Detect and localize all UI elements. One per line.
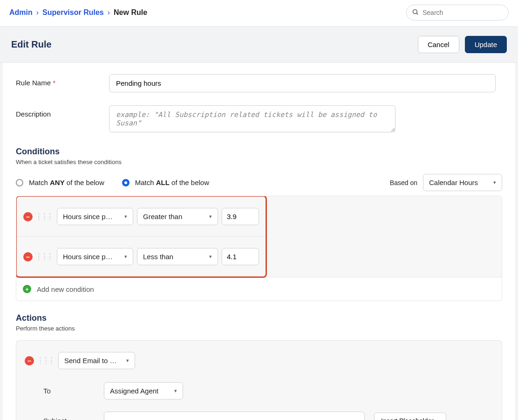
remove-condition-button[interactable]: – bbox=[23, 252, 33, 262]
condition-row: – ⋮⋮⋮⋮⋮⋮ Hours since p… ▾ Less than ▾ bbox=[17, 237, 266, 276]
actions-heading: Actions bbox=[16, 313, 502, 323]
search-input[interactable] bbox=[406, 5, 509, 21]
svg-point-0 bbox=[413, 10, 417, 14]
chevron-down-icon: ▾ bbox=[124, 254, 127, 260]
add-condition-row[interactable]: + Add new condition bbox=[16, 277, 502, 301]
chevron-down-icon: ▾ bbox=[126, 358, 129, 364]
condition-value-input[interactable] bbox=[222, 248, 259, 265]
condition-operator-select[interactable]: Greater than ▾ bbox=[137, 208, 218, 225]
description-label: Description bbox=[16, 105, 109, 118]
plus-icon: + bbox=[23, 285, 31, 293]
svg-line-1 bbox=[416, 13, 418, 14]
breadcrumb-admin[interactable]: Admin bbox=[9, 8, 33, 17]
remove-condition-button[interactable]: – bbox=[23, 212, 33, 221]
chevron-down-icon: ▾ bbox=[209, 254, 212, 260]
to-select[interactable]: Assigned Agent ▾ bbox=[104, 382, 183, 399]
chevron-down-icon: ▾ bbox=[174, 388, 177, 394]
conditions-container: – ⋮⋮⋮⋮⋮⋮ Hours since p… ▾ Greater than ▾… bbox=[16, 196, 502, 301]
remove-action-button[interactable]: – bbox=[25, 356, 34, 365]
based-on-label: Based on bbox=[390, 179, 417, 186]
chevron-down-icon: ▾ bbox=[124, 213, 127, 220]
description-input[interactable] bbox=[109, 105, 395, 132]
based-on-select[interactable]: Calendar Hours ▾ bbox=[423, 174, 502, 191]
condition-field-select[interactable]: Hours since p… ▾ bbox=[57, 248, 133, 265]
chevron-right-icon: › bbox=[108, 8, 110, 17]
rule-name-input[interactable] bbox=[109, 74, 496, 92]
subject-label: Subject bbox=[43, 417, 95, 420]
match-all-radio[interactable]: Match ALL of the below bbox=[122, 179, 209, 186]
update-button[interactable]: Update bbox=[465, 36, 507, 53]
actions-subtext: Perform these actions bbox=[16, 325, 502, 332]
cancel-button[interactable]: Cancel bbox=[418, 36, 459, 53]
chevron-down-icon: ▾ bbox=[493, 179, 496, 186]
condition-field-select[interactable]: Hours since p… ▾ bbox=[57, 208, 133, 225]
insert-placeholder-button[interactable]: Insert Placeholder » bbox=[374, 413, 446, 420]
match-any-radio[interactable]: Match ANY of the below bbox=[16, 179, 104, 186]
rule-name-label: Rule Name * bbox=[16, 74, 109, 87]
chevron-down-icon: ▾ bbox=[209, 213, 212, 220]
drag-handle-icon[interactable]: ⋮⋮⋮⋮⋮⋮ bbox=[38, 358, 55, 364]
action-type-select[interactable]: Send Email to … ▾ bbox=[58, 352, 135, 369]
chevron-right-icon: › bbox=[36, 8, 39, 17]
search-icon bbox=[412, 8, 419, 17]
condition-value-input[interactable] bbox=[222, 208, 259, 225]
conditions-subtext: When a ticket satisfies these conditions bbox=[16, 158, 502, 165]
radio-selected-icon bbox=[122, 179, 130, 186]
conditions-heading: Conditions bbox=[16, 147, 502, 157]
condition-operator-select[interactable]: Less than ▾ bbox=[137, 248, 218, 265]
breadcrumb-current: New Rule bbox=[114, 8, 147, 17]
subject-input[interactable] bbox=[104, 412, 365, 420]
condition-row: – ⋮⋮⋮⋮⋮⋮ Hours since p… ▾ Greater than ▾ bbox=[17, 197, 266, 237]
to-label: To bbox=[43, 387, 95, 395]
breadcrumb-supervisor-rules[interactable]: Supervisor Rules bbox=[42, 8, 104, 17]
breadcrumb: Admin › Supervisor Rules › New Rule bbox=[9, 8, 147, 17]
drag-handle-icon[interactable]: ⋮⋮⋮⋮⋮⋮ bbox=[36, 213, 53, 220]
actions-container: – ⋮⋮⋮⋮⋮⋮ Send Email to … ▾ To Assigned A… bbox=[16, 340, 502, 420]
page-title: Edit Rule bbox=[11, 39, 52, 50]
radio-icon bbox=[16, 179, 23, 186]
drag-handle-icon[interactable]: ⋮⋮⋮⋮⋮⋮ bbox=[36, 254, 53, 260]
